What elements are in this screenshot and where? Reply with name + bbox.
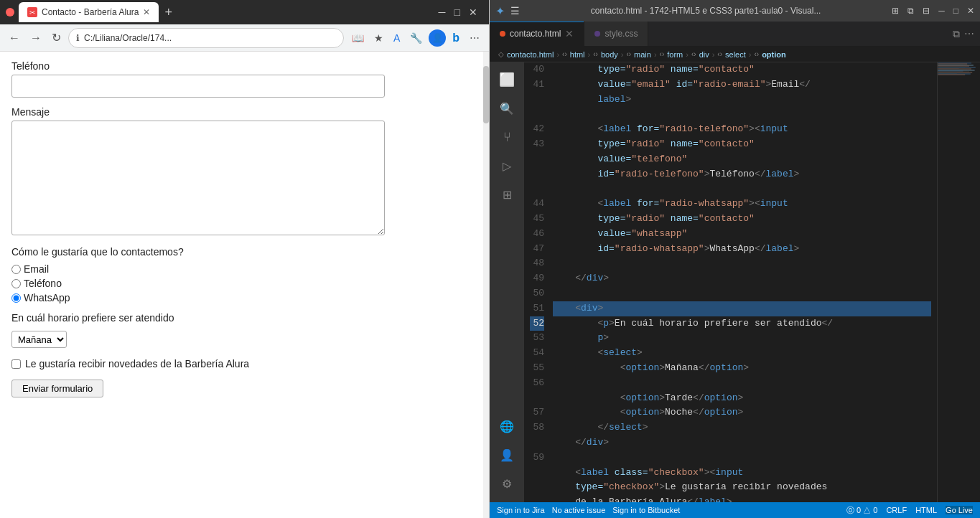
activity-source-control-icon[interactable]: ⑂	[494, 124, 520, 150]
breadcrumb-html-icon: ◇	[498, 50, 504, 58]
bing-button[interactable]: b	[449, 29, 463, 47]
statusbar-golive[interactable]: Go Live	[946, 506, 973, 514]
vscode-layout-icon[interactable]: ⊞	[892, 6, 899, 16]
radio-telefono-input[interactable]	[11, 279, 21, 288]
window-maximize-icon[interactable]: □	[454, 6, 460, 18]
vscode-hamburger-icon[interactable]: ☰	[510, 5, 520, 17]
tab-title: Contacto - Barbería Alura	[42, 7, 139, 17]
ln-43: 43	[530, 137, 544, 152]
vscode-minimize-icon[interactable]: ─	[938, 6, 945, 16]
activity-remote-icon[interactable]: 🌐	[494, 413, 520, 439]
radio-whatsapp-label[interactable]: WhatsApp	[11, 292, 477, 303]
more-actions-icon[interactable]: ⋯	[964, 28, 974, 39]
activity-bar-bottom: 🌐 👤 ⚙	[494, 413, 520, 502]
horario-select[interactable]: Mañana Tarde Noche	[11, 331, 67, 348]
reader-mode-button[interactable]: 📖	[348, 29, 368, 47]
ln-blank4	[530, 167, 544, 182]
contacto-section: Cómo le gustaría que lo contactemos? Ema…	[11, 246, 477, 303]
activity-account-icon[interactable]: 👤	[494, 442, 520, 468]
statusbar-right: ⓪ 0 △ 0 CRLF HTML Go Live	[846, 505, 973, 516]
radio-email-label[interactable]: Email	[11, 263, 477, 275]
breadcrumb-div[interactable]: div	[699, 50, 709, 59]
activity-bar: ⬜ 🔍 ⑂ ▷ ⊞ 🌐 👤 ⚙	[490, 62, 524, 502]
mensaje-textarea[interactable]	[11, 121, 385, 235]
submit-button[interactable]: Enviar formulario	[11, 380, 103, 397]
browser-panel: ✂ Contacto - Barbería Alura ✕ + ─ □ ✕ ← …	[0, 0, 490, 518]
horario-section: En cuál horario prefiere ser atendido Ma…	[11, 312, 477, 348]
window-minimize-icon[interactable]: ─	[439, 6, 446, 18]
code-line-select-close: </select>	[553, 420, 931, 435]
ln-47: 47	[530, 242, 544, 257]
tab-style-css[interactable]: style.css	[584, 22, 648, 46]
radio-whatsapp-text: WhatsApp	[24, 292, 70, 303]
radio-email-group: Email	[11, 263, 477, 275]
new-tab-button[interactable]: +	[162, 5, 175, 20]
statusbar-left: Sign in to Jira No active issue Sign in …	[497, 506, 680, 514]
browser-toolbar: ← → ↻ ℹ C:/Liliana/Oracle/174... 📖 ★ A 🔧…	[0, 24, 489, 52]
breadcrumb-form[interactable]: form	[667, 50, 683, 59]
breadcrumb-body[interactable]: body	[601, 50, 618, 59]
window-close-icon[interactable]	[6, 8, 14, 17]
window-close-btn[interactable]: ✕	[469, 6, 477, 18]
vscode-window-controls: ⊞ ⧉ ⊟ ─ □ ✕	[892, 6, 974, 16]
split-editor-icon[interactable]: ⧉	[953, 28, 960, 40]
ln-45: 45	[530, 212, 544, 227]
breadcrumb-div-icon: ‹›	[691, 50, 696, 58]
statusbar-no-issue[interactable]: No active issue	[552, 506, 606, 514]
activity-settings-icon[interactable]: ⚙	[494, 471, 520, 496]
vscode-grid-icon[interactable]: ⊟	[923, 6, 930, 16]
browser-tab-active[interactable]: ✂ Contacto - Barbería Alura ✕	[19, 2, 159, 22]
browser-extension1-button[interactable]: A	[390, 29, 403, 47]
scrollbar-track[interactable]	[483, 52, 489, 518]
browser-content: Teléfono Mensaje Cómo le gustaría que lo…	[0, 52, 489, 518]
ln-53: 53	[530, 331, 544, 346]
forward-button[interactable]: →	[27, 29, 45, 47]
breadcrumb-option[interactable]: option	[762, 50, 786, 59]
toolbar-actions: 📖 ★ A 🔧 👤 b ⋯	[348, 29, 483, 47]
favorites-button[interactable]: ★	[370, 29, 387, 47]
browser-extension2-button[interactable]: 🔧	[406, 29, 426, 47]
statusbar-bitbucket[interactable]: Sign in to Bitbucket	[612, 506, 680, 514]
vscode-split-icon[interactable]: ⧉	[907, 6, 914, 16]
activity-run-debug-icon[interactable]: ▷	[494, 153, 520, 179]
activity-search-icon[interactable]: 🔍	[494, 95, 520, 121]
breadcrumb-select[interactable]: select	[725, 50, 746, 59]
ln-52: 52	[530, 316, 544, 331]
address-bar[interactable]: ℹ C:/Liliana/Oracle/174...	[68, 28, 344, 48]
statusbar-language[interactable]: HTML	[915, 506, 937, 514]
ln-49: 49	[530, 271, 544, 286]
statusbar-jira[interactable]: Sign in to Jira	[497, 506, 545, 514]
breadcrumb-html[interactable]: html	[570, 50, 585, 59]
vscode-close-icon[interactable]: ✕	[967, 6, 974, 16]
telefono-input[interactable]	[11, 75, 385, 98]
novedades-checkbox[interactable]	[11, 359, 21, 369]
scrollbar-thumb[interactable]	[483, 66, 489, 123]
tab-close-button[interactable]: ✕	[143, 7, 150, 17]
radio-email-input[interactable]	[11, 265, 21, 274]
ln-46: 46	[530, 227, 544, 242]
code-line-42: <label for="radio-telefono"><input	[553, 122, 931, 137]
profile-button[interactable]: 👤	[429, 29, 446, 47]
tab-contacto-html[interactable]: contacto.html ✕	[490, 22, 584, 46]
statusbar-errors[interactable]: ⓪ 0 △ 0	[846, 505, 877, 516]
menu-button[interactable]: ⋯	[466, 29, 483, 47]
vscode-panel: ✦ ☰ contacto.html - 1742-HTML5 e CSS3 pa…	[490, 0, 980, 518]
code-line-blank1	[553, 107, 931, 122]
vscode-maximize-icon[interactable]: □	[953, 6, 958, 16]
breadcrumb-contacto[interactable]: contacto.html	[507, 50, 554, 59]
activity-explorer-icon[interactable]: ⬜	[494, 67, 520, 93]
radio-telefono-label[interactable]: Teléfono	[11, 278, 477, 289]
breadcrumb-main[interactable]: main	[634, 50, 651, 59]
radio-whatsapp-input[interactable]	[11, 293, 21, 303]
back-button[interactable]: ←	[6, 29, 23, 47]
reload-button[interactable]: ↻	[49, 28, 64, 47]
radio-telefono-text: Teléfono	[24, 278, 62, 289]
statusbar-crlf[interactable]: CRLF	[886, 506, 907, 514]
ln-41: 41	[530, 77, 544, 93]
code-line-label-checkbox: <label class="checkbox"><input	[553, 466, 931, 481]
tab-html-close[interactable]: ✕	[565, 28, 574, 39]
code-editor[interactable]: 40 41 42 43 44 45 46 47 48 49 50	[524, 62, 980, 502]
vscode-statusbar: Sign in to Jira No active issue Sign in …	[490, 502, 980, 518]
breadcrumb-option-icon: ‹›	[754, 50, 759, 58]
activity-extensions-icon[interactable]: ⊞	[494, 182, 520, 207]
